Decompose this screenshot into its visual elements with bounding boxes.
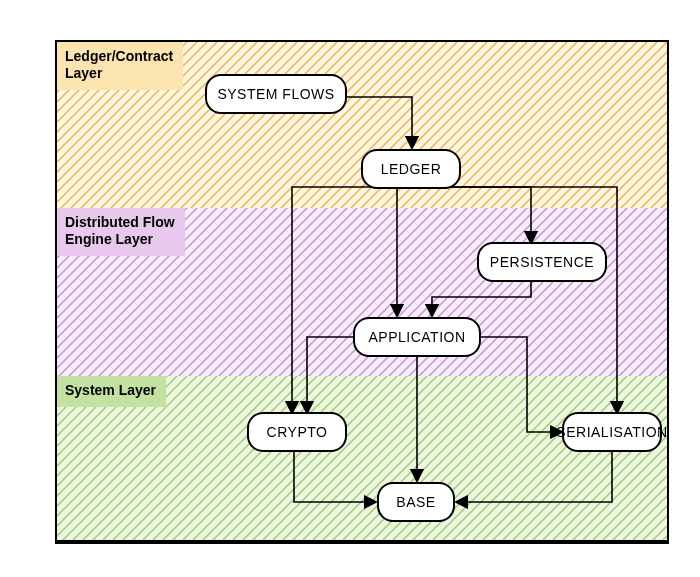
node-persistence: PERSISTENCE (477, 242, 607, 282)
layer-label: System Layer (57, 376, 166, 407)
node-label: SERIALISATION (556, 424, 667, 440)
diagram-frame: Ledger/Contract Layer Distributed Flow E… (55, 40, 669, 544)
node-label: PERSISTENCE (490, 254, 594, 270)
node-serialisation: SERIALISATION (562, 412, 662, 452)
layer-label: Distributed Flow Engine Layer (57, 208, 185, 256)
node-label: SYSTEM FLOWS (217, 86, 334, 102)
layer-label-text: Ledger/Contract Layer (65, 48, 173, 81)
node-system-flows: SYSTEM FLOWS (205, 74, 347, 114)
node-crypto: CRYPTO (247, 412, 347, 452)
node-label: LEDGER (381, 161, 442, 177)
layer-system: System Layer (57, 376, 667, 542)
layer-ledger-contract: Ledger/Contract Layer (57, 42, 667, 210)
layer-label-text: Distributed Flow Engine Layer (65, 214, 175, 247)
node-application: APPLICATION (353, 317, 481, 357)
node-base: BASE (377, 482, 455, 522)
node-label: APPLICATION (368, 329, 465, 345)
node-label: BASE (396, 494, 435, 510)
node-ledger: LEDGER (361, 149, 461, 189)
node-label: CRYPTO (267, 424, 328, 440)
architecture-diagram: Ledger/Contract Layer Distributed Flow E… (20, 20, 680, 557)
layer-label: Ledger/Contract Layer (57, 42, 183, 90)
layer-label-text: System Layer (65, 382, 156, 398)
